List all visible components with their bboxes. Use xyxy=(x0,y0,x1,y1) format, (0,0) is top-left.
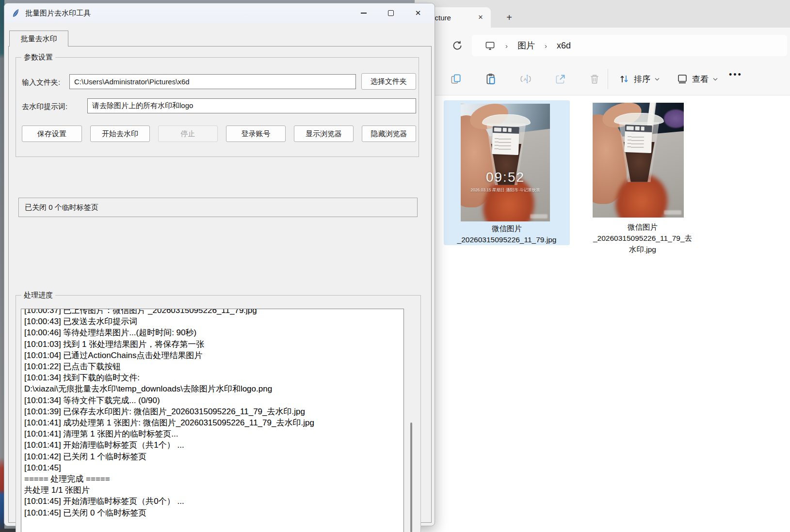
progress-group-title: 处理进度 xyxy=(21,291,55,300)
breadcrumb-item-x6d[interactable]: x6d xyxy=(557,41,571,51)
photo-time-watermark: 09:52 xyxy=(461,170,550,185)
save-settings-button[interactable]: 保存设置 xyxy=(22,125,82,142)
status-text: 已关闭 0 个临时标签页 xyxy=(25,203,98,212)
file-name: 微信图片 _20260315095226_11_79.jpg xyxy=(444,223,570,245)
params-group: 参数设置 输入文件夹: C:\Users\Administrator\Pictu… xyxy=(16,57,419,157)
refresh-icon[interactable] xyxy=(451,39,464,52)
svg-text:A: A xyxy=(524,77,527,82)
close-button[interactable]: ✕ xyxy=(404,3,432,23)
tab-batch-dewatermark[interactable]: 批量去水印 xyxy=(9,31,68,47)
window-title: 批量图片去水印工具 xyxy=(25,9,91,18)
params-group-title: 参数设置 xyxy=(21,53,55,62)
prompt-field[interactable]: 请去除图片上的所有水印和logo xyxy=(87,98,416,113)
new-tab-button[interactable]: + xyxy=(502,11,516,25)
watermark-tool-window: 批量图片去水印工具 ✕ 批量去水印 参数设置 输入文件夹: C:\Users\A… xyxy=(4,3,435,526)
notebook-pane: 参数设置 输入文件夹: C:\Users\Administrator\Pictu… xyxy=(8,46,432,523)
tab-close-icon[interactable]: ✕ xyxy=(475,12,486,23)
explorer-address-bar: › 图片 › x6d xyxy=(415,28,790,63)
explorer-file-list: 09:52 2026.03.15 星期日 潘阳市·斗记茶饮茶 微信图片 _202… xyxy=(415,96,790,532)
sort-icon xyxy=(618,73,630,85)
login-button[interactable]: 登录账号 xyxy=(226,125,286,142)
explorer-toolbar: A 排序 查看 ••• xyxy=(415,63,790,95)
minimize-button[interactable] xyxy=(350,3,377,23)
prompt-label: 去水印提示词: xyxy=(22,102,67,111)
maximize-button[interactable] xyxy=(377,3,404,23)
choose-folder-button[interactable]: 选择文件夹 xyxy=(361,73,416,90)
photo-corner-watermark xyxy=(664,210,681,215)
show-browser-button[interactable]: 显示浏览器 xyxy=(294,125,354,142)
view-icon xyxy=(677,73,688,85)
chevron-right-icon: › xyxy=(505,42,508,50)
breadcrumb-item-pictures[interactable]: 图片 xyxy=(517,40,535,51)
sort-button[interactable]: 排序 xyxy=(618,72,660,86)
chevron-right-icon: › xyxy=(545,42,547,50)
photo-thumbnail xyxy=(593,103,684,218)
this-pc-icon[interactable] xyxy=(484,40,496,51)
photo-date-watermark: 2026.03.15 星期日 潘阳市·斗记茶饮茶 xyxy=(461,188,550,193)
copy-icon[interactable] xyxy=(450,73,462,85)
progress-group: 处理进度 [10:00:37] 已上传图片：微信图片 _202603150952… xyxy=(16,295,421,532)
hide-browser-button[interactable]: 隐藏浏览器 xyxy=(362,125,416,142)
more-options-button[interactable]: ••• xyxy=(729,70,742,80)
input-folder-field[interactable]: C:\Users\Administrator\Pictures\x6d xyxy=(69,74,356,89)
rename-icon[interactable]: A xyxy=(519,73,532,85)
view-button[interactable]: 查看 xyxy=(677,72,718,86)
photo-thumbnail: 09:52 2026.03.15 星期日 潘阳市·斗记茶饮茶 xyxy=(461,104,550,221)
file-item-dewatermarked[interactable]: 微信图片 _20260315095226_11_79_去 水印.jpg xyxy=(584,100,701,257)
file-item-original[interactable]: 09:52 2026.03.15 星期日 潘阳市·斗记茶饮茶 微信图片 _202… xyxy=(444,100,570,245)
delete-icon[interactable] xyxy=(588,73,601,85)
stop-button[interactable]: 停止 xyxy=(158,125,218,142)
photo-corner-watermark xyxy=(530,214,548,219)
log-scrollbar[interactable] xyxy=(410,422,412,532)
log-text[interactable]: [10:00:37] 已上传图片：微信图片 _20260315095226_11… xyxy=(21,309,404,532)
share-icon[interactable] xyxy=(554,73,567,85)
chevron-down-icon xyxy=(712,76,718,82)
input-folder-label: 输入文件夹: xyxy=(22,78,60,87)
status-frame: 已关闭 0 个临时标签页 xyxy=(18,198,418,217)
start-button[interactable]: 开始去水印 xyxy=(90,125,150,142)
chevron-down-icon xyxy=(654,76,660,82)
app-feather-icon xyxy=(12,9,21,18)
file-explorer-window: r\Picture ✕ + › 图片 › x6d A xyxy=(415,0,790,532)
file-name: 微信图片 _20260315095226_11_79_去 水印.jpg xyxy=(584,221,701,255)
log-lines: [10:00:37] 已上传图片：微信图片 _20260315095226_11… xyxy=(24,309,401,518)
paste-icon[interactable] xyxy=(484,73,497,85)
title-bar[interactable]: 批量图片去水印工具 ✕ xyxy=(4,3,435,23)
breadcrumb[interactable]: › 图片 › x6d xyxy=(472,35,787,56)
toolbar-divider xyxy=(608,69,608,89)
explorer-tab-bar: r\Picture ✕ + xyxy=(415,0,790,28)
